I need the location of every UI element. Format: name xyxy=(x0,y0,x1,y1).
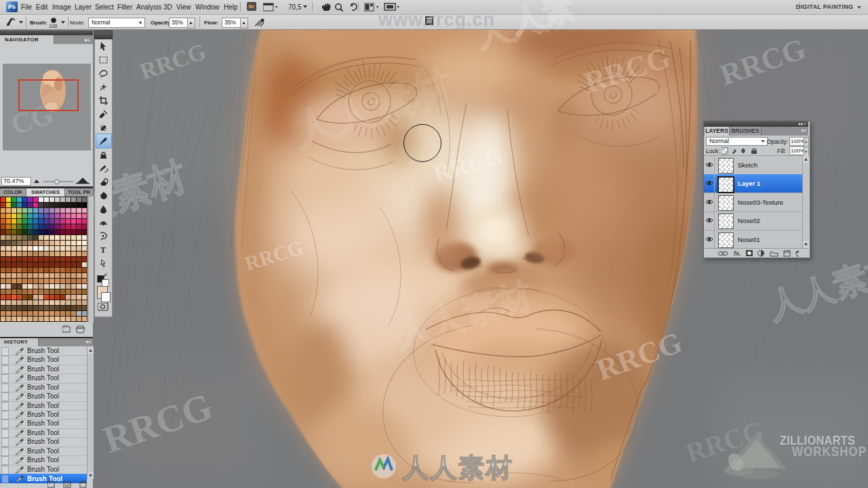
svg-text:人人素材: 人人素材 xyxy=(402,453,514,482)
svg-text:fx.: fx. xyxy=(734,250,741,257)
svg-text:T: T xyxy=(100,245,106,255)
